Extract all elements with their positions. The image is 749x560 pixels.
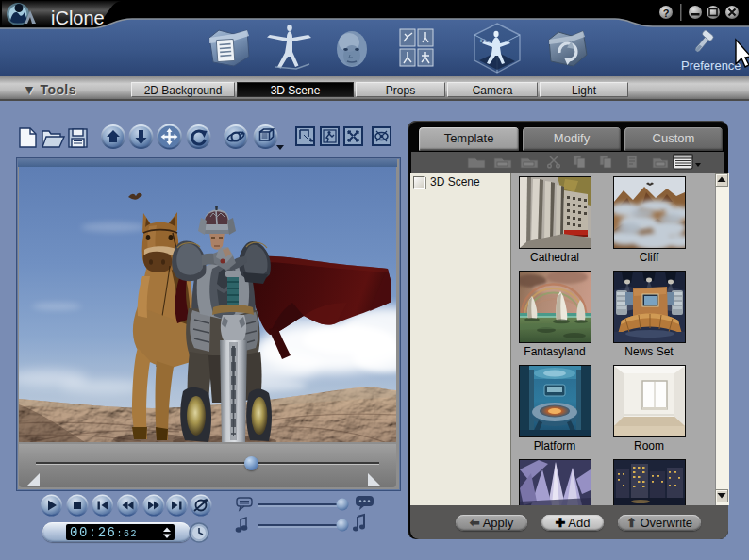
svg-text:Preference: Preference [681, 58, 741, 73]
svg-text:?: ? [663, 8, 670, 19]
svg-text:iClone: iClone [51, 8, 105, 28]
svg-text:ii·i: ii·i [480, 38, 485, 43]
